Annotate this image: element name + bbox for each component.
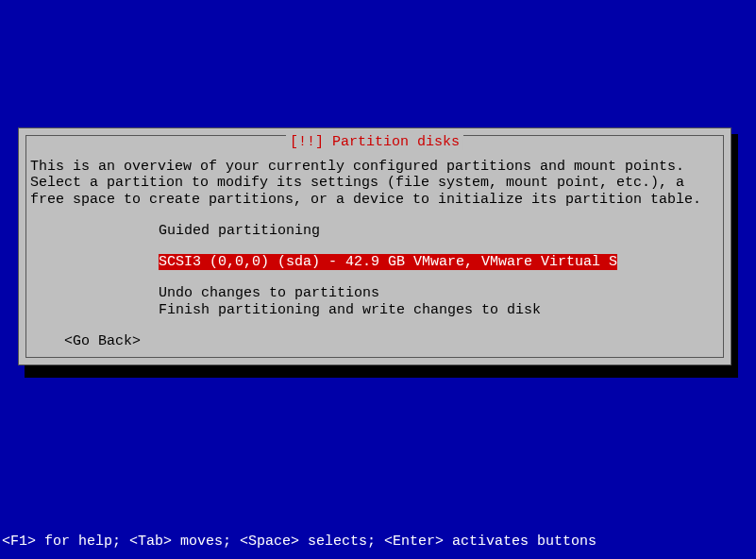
dialog-border: [!!] Partition disks xyxy=(25,135,724,358)
help-bar: <F1> for help; <Tab> moves; <Space> sele… xyxy=(2,534,596,550)
partition-disks-dialog: [!!] Partition disks This is an overview… xyxy=(18,127,731,365)
dialog-title: [!!] Partition disks xyxy=(286,134,463,150)
